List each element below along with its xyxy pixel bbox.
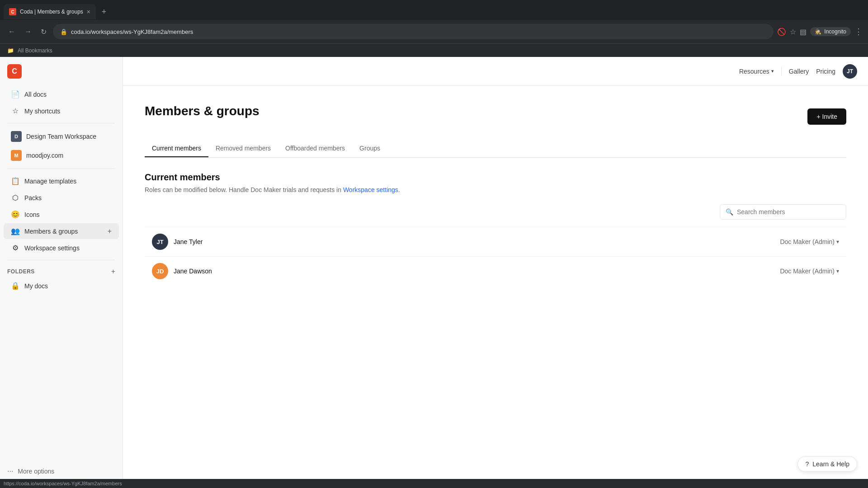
workspace-settings-link[interactable]: Workspace settings (343, 186, 398, 193)
add-member-button[interactable]: + (108, 227, 112, 235)
sidebar-item-label: Members & groups (24, 228, 78, 235)
tab-bar: C Coda | Members & groups × + (0, 0, 868, 20)
member-avatar: JT (152, 234, 168, 250)
add-folder-button[interactable]: + (111, 267, 115, 276)
member-name: Jane Dawson (174, 267, 212, 275)
member-avatar: JD (152, 263, 168, 279)
tab-title: Coda | Members & groups (20, 9, 83, 15)
top-nav: Resources ▾ Gallery Pricing JT (123, 57, 868, 86)
sidebar-item-label: Workspace settings (24, 244, 80, 252)
sidebar-item-my-docs[interactable]: 🔒 My docs (4, 278, 119, 294)
sidebar-item-icons[interactable]: 😊 Icons (4, 206, 119, 222)
bookmarks-bar: 📁 All Bookmarks (0, 43, 868, 57)
search-box[interactable]: 🔍 (720, 204, 846, 220)
app-container: C 📄 All docs ☆ My shortcuts D Design Tea… (0, 57, 868, 479)
incognito-badge: 🕵 Incognito (810, 27, 851, 36)
search-row: 🔍 (145, 204, 846, 220)
nav-divider-1 (781, 67, 782, 76)
sidebar: C 📄 All docs ☆ My shortcuts D Design Tea… (0, 57, 123, 479)
gallery-link[interactable]: Gallery (789, 68, 809, 75)
incognito-label: Incognito (824, 28, 846, 35)
bookmark-icon[interactable]: ☆ (790, 28, 796, 36)
pricing-link[interactable]: Pricing (816, 68, 835, 75)
sidebar-item-label: All docs (24, 91, 47, 98)
forward-button[interactable]: → (22, 25, 34, 38)
learn-help-button[interactable]: ? Learn & Help (797, 456, 857, 472)
sidebar-item-members-groups[interactable]: 👥 Members & groups + (4, 223, 119, 239)
sidebar-toggle-icon[interactable]: ▤ (800, 28, 807, 36)
browser-nav: ← → ↻ 🔒 coda.io/workspaces/ws-YgKJ8fam2a… (0, 20, 868, 43)
sidebar-logo-area: C (0, 57, 123, 86)
sidebar-item-label: Packs (24, 194, 42, 202)
back-button[interactable]: ← (5, 25, 18, 38)
members-icon: 👥 (11, 227, 20, 235)
tab-removed-members[interactable]: Removed members (208, 140, 278, 157)
tab-offboarded-members[interactable]: Offboarded members (278, 140, 352, 157)
design-workspace-label: Design Team Workspace (26, 133, 96, 140)
nav-actions: 🚫 ☆ ▤ 🕵 Incognito ⋮ (777, 27, 863, 37)
role-dropdown[interactable]: Doc Maker (Admin) ▾ (780, 267, 839, 275)
resources-chevron-icon: ▾ (771, 68, 774, 74)
design-workspace-badge: D (11, 131, 22, 142)
member-name: Jane Tyler (174, 238, 203, 245)
sidebar-workspace-design[interactable]: D Design Team Workspace (4, 127, 119, 145)
coda-logo: C (7, 64, 22, 79)
page-header-row: Members & groups + Invite (145, 104, 846, 129)
packs-icon: ⬡ (11, 193, 20, 202)
status-bar: https://coda.io/workspaces/ws-YgKJ8fam2a… (0, 479, 868, 488)
sidebar-divider-2 (7, 169, 115, 169)
role-dropdown[interactable]: Doc Maker (Admin) ▾ (780, 238, 839, 245)
learn-help-label: Learn & Help (812, 460, 849, 468)
tab-close-button[interactable]: × (87, 8, 90, 15)
tabs-bar: Current members Removed members Offboard… (145, 140, 846, 158)
sidebar-item-packs[interactable]: ⬡ Packs (4, 190, 119, 206)
address-bar[interactable]: 🔒 coda.io/workspaces/ws-YgKJ8fam2a/membe… (53, 24, 774, 39)
invite-button[interactable]: + Invite (807, 108, 846, 125)
shortcuts-icon: ☆ (11, 107, 20, 115)
tab-groups[interactable]: Groups (352, 140, 387, 157)
tab-favicon: C (9, 8, 16, 15)
bookmarks-folder-icon: 📁 (7, 47, 14, 54)
sidebar-item-label: Manage templates (24, 178, 76, 185)
search-members-input[interactable] (737, 208, 840, 216)
member-row: JT Jane Tyler Doc Maker (Admin) ▾ (145, 227, 846, 256)
role-label: Doc Maker (Admin) (780, 267, 835, 275)
tab-current-members[interactable]: Current members (145, 140, 208, 157)
role-chevron-icon: ▾ (836, 239, 839, 245)
sidebar-divider-1 (7, 123, 115, 123)
sidebar-item-label: My docs (24, 282, 48, 290)
new-tab-button[interactable]: + (98, 5, 110, 18)
role-label: Doc Maker (Admin) (780, 238, 835, 245)
sidebar-item-all-docs[interactable]: 📄 All docs (4, 86, 119, 102)
sidebar-workspace-moodjoy[interactable]: M moodjoy.com (4, 146, 119, 164)
member-info: JT Jane Tyler (152, 234, 203, 250)
sidebar-divider-3 (7, 260, 115, 260)
refresh-button[interactable]: ↻ (38, 25, 49, 39)
icons-icon: 😊 (11, 210, 20, 219)
sidebar-item-my-shortcuts[interactable]: ☆ My shortcuts (4, 103, 119, 119)
manage-templates-icon: 📋 (11, 177, 20, 185)
more-options[interactable]: ··· More options (0, 464, 123, 479)
sidebar-item-label: My shortcuts (24, 108, 60, 115)
more-options-dots-icon: ··· (7, 467, 13, 475)
my-docs-icon: 🔒 (11, 282, 20, 290)
main-content: Resources ▾ Gallery Pricing JT Members &… (123, 57, 868, 479)
address-text: coda.io/workspaces/ws-YgKJ8fam2a/members (71, 28, 193, 35)
member-info: JD Jane Dawson (152, 263, 212, 279)
all-docs-icon: 📄 (11, 90, 20, 99)
resources-dropdown[interactable]: Resources ▾ (739, 68, 774, 75)
members-list: JT Jane Tyler Doc Maker (Admin) ▾ JD Jan… (145, 227, 846, 286)
sidebar-item-label: Icons (24, 211, 39, 218)
more-menu-icon[interactable]: ⋮ (854, 27, 863, 37)
section-title: Current members (145, 172, 846, 183)
learn-help-icon: ? (805, 460, 809, 468)
status-url: https://coda.io/workspaces/ws-YgKJ8fam2a… (4, 481, 122, 486)
moodjoy-workspace-badge: M (11, 150, 22, 161)
active-tab[interactable]: C Coda | Members & groups × (4, 4, 96, 19)
user-avatar[interactable]: JT (843, 64, 857, 79)
moodjoy-workspace-label: moodjoy.com (26, 152, 63, 159)
hide-eye-icon: 🚫 (777, 28, 786, 36)
sidebar-item-manage-templates[interactable]: 📋 Manage templates (4, 173, 119, 189)
folders-label: FOLDERS (7, 268, 35, 275)
sidebar-item-workspace-settings[interactable]: ⚙ Workspace settings (4, 240, 119, 256)
